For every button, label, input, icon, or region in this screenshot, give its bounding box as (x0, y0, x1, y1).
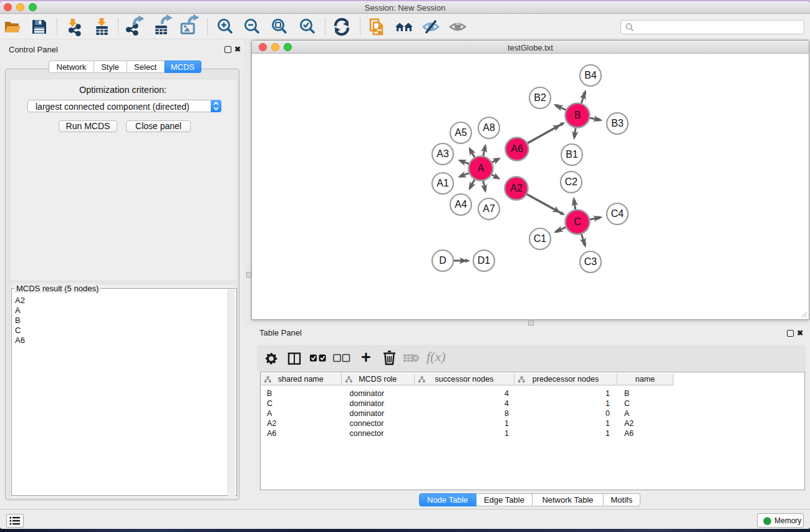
svg-text:C: C (574, 216, 581, 227)
svg-text:A1: A1 (436, 178, 449, 188)
svg-text:C2: C2 (565, 177, 578, 187)
svg-text:B4: B4 (584, 70, 597, 80)
svg-text:B1: B1 (566, 149, 578, 160)
svg-text:A: A (478, 163, 485, 173)
svg-text:B3: B3 (611, 118, 624, 128)
svg-text:D: D (439, 255, 446, 266)
svg-text:D1: D1 (478, 255, 491, 266)
svg-text:C1: C1 (534, 233, 547, 244)
svg-text:A8: A8 (483, 122, 495, 133)
svg-text:A2: A2 (510, 183, 523, 193)
svg-text:A4: A4 (455, 199, 467, 210)
svg-text:B2: B2 (534, 92, 546, 103)
svg-text:A6: A6 (511, 143, 523, 154)
svg-text:A5: A5 (455, 127, 467, 138)
svg-text:A3: A3 (436, 148, 449, 159)
svg-text:B: B (574, 110, 581, 120)
svg-text:A7: A7 (483, 203, 495, 214)
svg-text:C3: C3 (584, 256, 597, 267)
svg-text:C4: C4 (611, 208, 624, 219)
